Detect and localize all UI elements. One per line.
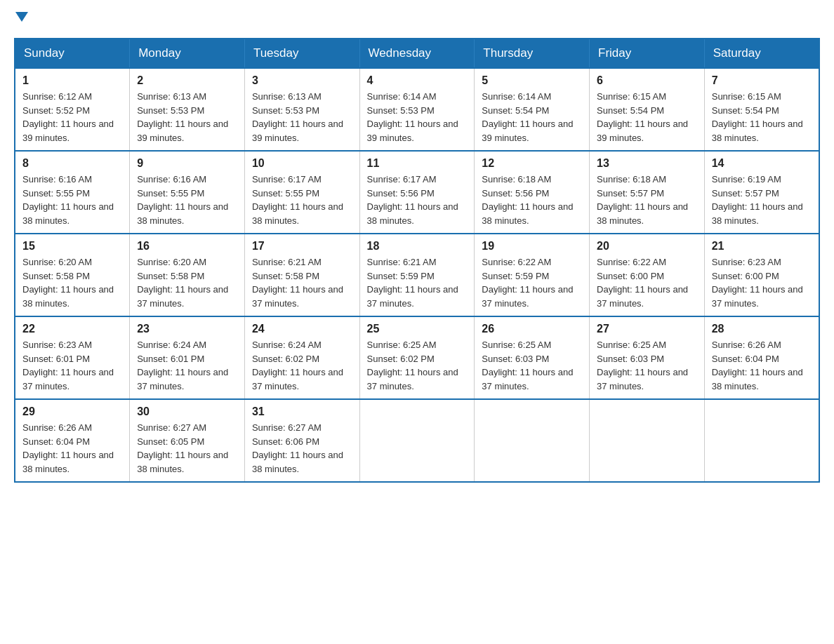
calendar-cell: 13Sunrise: 6:18 AMSunset: 5:57 PMDayligh… <box>590 151 705 234</box>
day-number: 22 <box>22 323 122 335</box>
day-info: Sunrise: 6:25 AMSunset: 6:03 PMDaylight:… <box>597 338 697 393</box>
day-info: Sunrise: 6:17 AMSunset: 5:55 PMDaylight:… <box>252 173 352 227</box>
calendar-cell: 31Sunrise: 6:27 AMSunset: 6:06 PMDayligh… <box>244 399 359 482</box>
day-number: 12 <box>482 157 582 170</box>
calendar-week-row: 15Sunrise: 6:20 AMSunset: 5:58 PMDayligh… <box>15 234 819 316</box>
day-info: Sunrise: 6:26 AMSunset: 6:04 PMDaylight:… <box>22 421 122 476</box>
day-number: 30 <box>137 405 237 418</box>
calendar-cell: 23Sunrise: 6:24 AMSunset: 6:01 PMDayligh… <box>130 316 245 399</box>
day-number: 4 <box>367 74 468 87</box>
calendar-table: SundayMondayTuesdayWednesdayThursdayFrid… <box>14 38 820 483</box>
day-number: 10 <box>252 157 352 170</box>
day-info: Sunrise: 6:15 AMSunset: 5:54 PMDaylight:… <box>712 90 812 145</box>
calendar-cell: 15Sunrise: 6:20 AMSunset: 5:58 PMDayligh… <box>15 234 130 316</box>
calendar-cell: 8Sunrise: 6:16 AMSunset: 5:55 PMDaylight… <box>15 151 130 234</box>
day-number: 2 <box>137 74 237 87</box>
calendar-cell: 18Sunrise: 6:21 AMSunset: 5:59 PMDayligh… <box>359 234 475 316</box>
day-number: 3 <box>252 74 352 87</box>
day-info: Sunrise: 6:13 AMSunset: 5:53 PMDaylight:… <box>137 90 237 145</box>
calendar-cell <box>359 399 475 482</box>
day-info: Sunrise: 6:14 AMSunset: 5:53 PMDaylight:… <box>367 90 468 145</box>
day-info: Sunrise: 6:27 AMSunset: 6:06 PMDaylight:… <box>252 421 352 476</box>
day-info: Sunrise: 6:12 AMSunset: 5:52 PMDaylight:… <box>22 90 122 145</box>
day-number: 1 <box>22 74 122 87</box>
calendar-cell: 24Sunrise: 6:24 AMSunset: 6:02 PMDayligh… <box>244 316 359 399</box>
day-number: 31 <box>252 405 352 418</box>
day-number: 16 <box>137 240 237 253</box>
day-info: Sunrise: 6:18 AMSunset: 5:57 PMDaylight:… <box>597 173 697 227</box>
calendar-cell: 28Sunrise: 6:26 AMSunset: 6:04 PMDayligh… <box>704 316 819 399</box>
weekday-header-saturday: Saturday <box>704 39 819 68</box>
calendar-cell: 9Sunrise: 6:16 AMSunset: 5:55 PMDaylight… <box>130 151 245 234</box>
calendar-cell: 3Sunrise: 6:13 AMSunset: 5:53 PMDaylight… <box>244 68 359 151</box>
weekday-header-friday: Friday <box>590 39 705 68</box>
day-number: 17 <box>252 240 352 253</box>
day-info: Sunrise: 6:16 AMSunset: 5:55 PMDaylight:… <box>22 173 122 227</box>
day-number: 20 <box>597 240 697 253</box>
calendar-cell: 17Sunrise: 6:21 AMSunset: 5:58 PMDayligh… <box>244 234 359 316</box>
day-info: Sunrise: 6:24 AMSunset: 6:02 PMDaylight:… <box>252 338 352 393</box>
calendar-week-row: 8Sunrise: 6:16 AMSunset: 5:55 PMDaylight… <box>15 151 819 234</box>
weekday-header-row: SundayMondayTuesdayWednesdayThursdayFrid… <box>15 39 819 68</box>
weekday-header-sunday: Sunday <box>15 39 130 68</box>
day-number: 7 <box>712 74 812 87</box>
day-info: Sunrise: 6:24 AMSunset: 6:01 PMDaylight:… <box>137 338 237 393</box>
calendar-cell <box>704 399 819 482</box>
day-number: 5 <box>482 74 582 87</box>
day-info: Sunrise: 6:21 AMSunset: 5:59 PMDaylight:… <box>367 255 468 310</box>
calendar-week-row: 1Sunrise: 6:12 AMSunset: 5:52 PMDaylight… <box>15 68 819 151</box>
day-number: 23 <box>137 323 237 335</box>
page-header <box>14 14 820 24</box>
day-number: 15 <box>22 240 122 253</box>
calendar-cell <box>475 399 590 482</box>
calendar-cell: 29Sunrise: 6:26 AMSunset: 6:04 PMDayligh… <box>15 399 130 482</box>
day-number: 26 <box>482 323 582 335</box>
calendar-cell: 20Sunrise: 6:22 AMSunset: 6:00 PMDayligh… <box>590 234 705 316</box>
calendar-cell: 2Sunrise: 6:13 AMSunset: 5:53 PMDaylight… <box>130 68 245 151</box>
day-info: Sunrise: 6:26 AMSunset: 6:04 PMDaylight:… <box>712 338 812 393</box>
day-info: Sunrise: 6:25 AMSunset: 6:02 PMDaylight:… <box>367 338 468 393</box>
day-number: 25 <box>367 323 468 335</box>
day-info: Sunrise: 6:27 AMSunset: 6:05 PMDaylight:… <box>137 421 237 476</box>
day-info: Sunrise: 6:19 AMSunset: 5:57 PMDaylight:… <box>712 173 812 227</box>
day-number: 14 <box>712 157 812 170</box>
logo-triangle-icon <box>15 12 28 22</box>
day-number: 6 <box>597 74 697 87</box>
logo <box>14 14 28 24</box>
calendar-cell: 30Sunrise: 6:27 AMSunset: 6:05 PMDayligh… <box>130 399 245 482</box>
calendar-cell: 21Sunrise: 6:23 AMSunset: 6:00 PMDayligh… <box>704 234 819 316</box>
day-info: Sunrise: 6:17 AMSunset: 5:56 PMDaylight:… <box>367 173 468 227</box>
day-number: 29 <box>22 405 122 418</box>
calendar-cell: 4Sunrise: 6:14 AMSunset: 5:53 PMDaylight… <box>359 68 475 151</box>
day-info: Sunrise: 6:23 AMSunset: 6:00 PMDaylight:… <box>712 255 812 310</box>
day-info: Sunrise: 6:22 AMSunset: 5:59 PMDaylight:… <box>482 255 582 310</box>
day-number: 24 <box>252 323 352 335</box>
day-info: Sunrise: 6:20 AMSunset: 5:58 PMDaylight:… <box>137 255 237 310</box>
day-info: Sunrise: 6:20 AMSunset: 5:58 PMDaylight:… <box>22 255 122 310</box>
calendar-cell: 14Sunrise: 6:19 AMSunset: 5:57 PMDayligh… <box>704 151 819 234</box>
day-info: Sunrise: 6:16 AMSunset: 5:55 PMDaylight:… <box>137 173 237 227</box>
calendar-cell: 27Sunrise: 6:25 AMSunset: 6:03 PMDayligh… <box>590 316 705 399</box>
calendar-cell: 11Sunrise: 6:17 AMSunset: 5:56 PMDayligh… <box>359 151 475 234</box>
day-number: 8 <box>22 157 122 170</box>
calendar-week-row: 22Sunrise: 6:23 AMSunset: 6:01 PMDayligh… <box>15 316 819 399</box>
weekday-header-monday: Monday <box>130 39 245 68</box>
calendar-cell: 22Sunrise: 6:23 AMSunset: 6:01 PMDayligh… <box>15 316 130 399</box>
day-number: 18 <box>367 240 468 253</box>
calendar-cell: 12Sunrise: 6:18 AMSunset: 5:56 PMDayligh… <box>475 151 590 234</box>
day-info: Sunrise: 6:13 AMSunset: 5:53 PMDaylight:… <box>252 90 352 145</box>
day-info: Sunrise: 6:25 AMSunset: 6:03 PMDaylight:… <box>482 338 582 393</box>
day-number: 21 <box>712 240 812 253</box>
day-info: Sunrise: 6:14 AMSunset: 5:54 PMDaylight:… <box>482 90 582 145</box>
day-info: Sunrise: 6:22 AMSunset: 6:00 PMDaylight:… <box>597 255 697 310</box>
calendar-cell: 6Sunrise: 6:15 AMSunset: 5:54 PMDaylight… <box>590 68 705 151</box>
day-number: 13 <box>597 157 697 170</box>
day-info: Sunrise: 6:23 AMSunset: 6:01 PMDaylight:… <box>22 338 122 393</box>
day-number: 28 <box>712 323 812 335</box>
calendar-cell: 10Sunrise: 6:17 AMSunset: 5:55 PMDayligh… <box>244 151 359 234</box>
day-number: 19 <box>482 240 582 253</box>
calendar-cell: 19Sunrise: 6:22 AMSunset: 5:59 PMDayligh… <box>475 234 590 316</box>
calendar-cell: 16Sunrise: 6:20 AMSunset: 5:58 PMDayligh… <box>130 234 245 316</box>
calendar-cell: 25Sunrise: 6:25 AMSunset: 6:02 PMDayligh… <box>359 316 475 399</box>
calendar-cell <box>590 399 705 482</box>
